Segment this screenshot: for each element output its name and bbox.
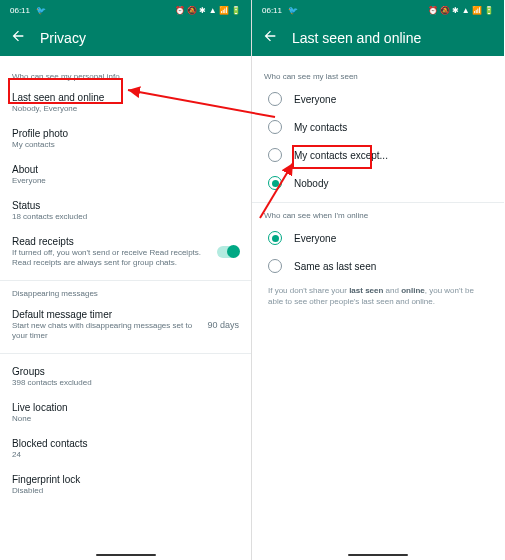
hint-text: If you don't share your last seen and on… <box>264 280 492 314</box>
item-title: Profile photo <box>12 128 239 139</box>
item-sub: 398 contacts excluded <box>12 378 239 388</box>
app-bar: Privacy <box>0 20 251 56</box>
privacy-screen: 06:11🐦 ⏰ 🔕 ✱ ▲ 📶 🔋 Privacy Who can see m… <box>0 0 252 560</box>
page-title: Last seen and online <box>292 30 421 46</box>
item-last-seen[interactable]: Last seen and online Nobody, Everyone <box>12 85 239 121</box>
radio-icon <box>268 92 282 106</box>
section-header-personal: Who can see my personal info <box>12 72 239 81</box>
radio-my-contacts-except[interactable]: My contacts except... <box>264 141 492 169</box>
twitter-icon: 🐦 <box>36 6 46 15</box>
status-bar: 06:11🐦 ⏰ 🔕 ✱ ▲ 📶 🔋 <box>252 0 504 20</box>
radio-online-everyone[interactable]: Everyone <box>264 224 492 252</box>
item-live-location[interactable]: Live location None <box>12 395 239 431</box>
item-status[interactable]: Status 18 contacts excluded <box>12 193 239 229</box>
twitter-icon: 🐦 <box>288 6 298 15</box>
divider <box>0 280 251 281</box>
item-fingerprint[interactable]: Fingerprint lock Disabled <box>12 467 239 503</box>
item-value: 90 days <box>207 320 239 330</box>
item-blocked[interactable]: Blocked contacts 24 <box>12 431 239 467</box>
toggle-read-receipts[interactable] <box>217 246 239 258</box>
item-sub: 18 contacts excluded <box>12 212 239 222</box>
radio-icon <box>268 176 282 190</box>
section-header-lastseen: Who can see my last seen <box>264 72 492 81</box>
radio-icon <box>268 120 282 134</box>
clock: 06:11 <box>262 6 282 15</box>
item-read-receipts[interactable]: Read receipts If turned off, you won't s… <box>12 229 239 275</box>
radio-icon <box>268 148 282 162</box>
item-title: About <box>12 164 239 175</box>
radio-icon <box>268 231 282 245</box>
back-icon[interactable] <box>262 28 278 48</box>
section-header-disappearing: Disappearing messages <box>12 289 239 298</box>
item-title: Groups <box>12 366 239 377</box>
item-sub: 24 <box>12 450 239 460</box>
divider <box>0 353 251 354</box>
item-sub: Disabled <box>12 486 239 496</box>
last-seen-screen: 06:11🐦 ⏰ 🔕 ✱ ▲ 📶 🔋 Last seen and online … <box>252 0 504 560</box>
nav-handle[interactable] <box>96 554 156 556</box>
item-sub: Everyone <box>12 176 239 186</box>
radio-label: My contacts <box>294 122 347 133</box>
item-sub: My contacts <box>12 140 239 150</box>
item-default-timer[interactable]: Default message timer Start new chats wi… <box>12 302 239 348</box>
radio-same-as-lastseen[interactable]: Same as last seen <box>264 252 492 280</box>
page-title: Privacy <box>40 30 86 46</box>
nav-handle[interactable] <box>348 554 408 556</box>
radio-label: Same as last seen <box>294 261 376 272</box>
item-sub: If turned off, you won't send or receive… <box>12 248 209 268</box>
radio-label: Everyone <box>294 94 336 105</box>
item-title: Blocked contacts <box>12 438 239 449</box>
item-title: Last seen and online <box>12 92 239 103</box>
item-profile-photo[interactable]: Profile photo My contacts <box>12 121 239 157</box>
radio-label: Nobody <box>294 178 328 189</box>
section-header-online: Who can see when I'm online <box>264 211 492 220</box>
radio-everyone[interactable]: Everyone <box>264 85 492 113</box>
item-title: Default message timer <box>12 309 194 320</box>
item-about[interactable]: About Everyone <box>12 157 239 193</box>
clock: 06:11 <box>10 6 30 15</box>
divider <box>252 202 504 203</box>
app-bar: Last seen and online <box>252 20 504 56</box>
status-bar: 06:11🐦 ⏰ 🔕 ✱ ▲ 📶 🔋 <box>0 0 251 20</box>
item-sub: Nobody, Everyone <box>12 104 239 114</box>
item-title: Live location <box>12 402 239 413</box>
back-icon[interactable] <box>10 28 26 48</box>
radio-label: Everyone <box>294 233 336 244</box>
radio-nobody[interactable]: Nobody <box>264 169 492 197</box>
radio-label: My contacts except... <box>294 150 388 161</box>
item-groups[interactable]: Groups 398 contacts excluded <box>12 359 239 395</box>
item-sub: Start new chats with disappearing messag… <box>12 321 194 341</box>
item-title: Read receipts <box>12 236 209 247</box>
item-sub: None <box>12 414 239 424</box>
item-title: Fingerprint lock <box>12 474 239 485</box>
radio-my-contacts[interactable]: My contacts <box>264 113 492 141</box>
status-icons: ⏰ 🔕 ✱ ▲ 📶 🔋 <box>175 6 241 15</box>
status-icons: ⏰ 🔕 ✱ ▲ 📶 🔋 <box>428 6 494 15</box>
item-title: Status <box>12 200 239 211</box>
radio-icon <box>268 259 282 273</box>
